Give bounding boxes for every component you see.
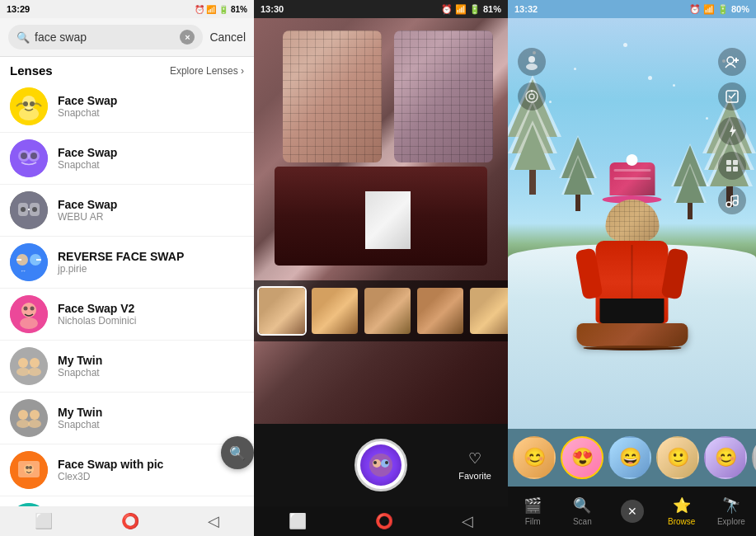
lenses-title: Lenses: [10, 63, 53, 78]
svg-point-30: [18, 410, 28, 420]
sled: [576, 323, 688, 346]
svg-point-38: [29, 466, 32, 469]
flash-button[interactable]: [718, 117, 746, 145]
nav-square-icon-2[interactable]: ⬜: [289, 512, 307, 530]
svg-point-92: [727, 57, 734, 63]
svg-rect-98: [726, 167, 731, 172]
nav-square-icon[interactable]: ⬜: [35, 512, 53, 530]
ar-face-thumb[interactable]: 😶: [752, 436, 756, 479]
svg-point-31: [30, 410, 40, 420]
profile-button[interactable]: [518, 48, 546, 76]
film-icon: 🎬: [524, 496, 542, 515]
browse-label: Browse: [668, 517, 695, 526]
face-thumb[interactable]: [468, 286, 508, 336]
svg-point-37: [26, 466, 29, 469]
nav-home-icon[interactable]: ⭕: [121, 512, 139, 530]
shutter-button[interactable]: [355, 439, 407, 491]
lens-name: Face Swap: [58, 146, 117, 159]
ar-view: [508, 18, 756, 429]
lens-item[interactable]: ↔ REVERSE FACE SWAP jp.pirie: [0, 237, 254, 289]
svg-point-24: [10, 347, 48, 385]
scan-nav-item[interactable]: 🔍 Scan: [557, 496, 607, 526]
svg-point-58: [369, 454, 392, 477]
scan-button[interactable]: [518, 82, 546, 110]
face-thumb[interactable]: [257, 286, 307, 336]
time-3: 13:32: [514, 4, 538, 14]
nav-bar-1: ⬜ ⭕ ◁: [0, 506, 254, 536]
svg-point-23: [20, 317, 38, 329]
save-button[interactable]: [718, 82, 746, 110]
lens-item[interactable]: Face Swap Snapchat: [0, 133, 254, 185]
lens-item[interactable]: My Twin Snapchat: [0, 393, 254, 444]
search-input-wrap[interactable]: 🔍 face swap ×: [8, 25, 203, 49]
face-selector-strip[interactable]: [254, 280, 508, 341]
lens-info: Face Swap Snapchat: [58, 94, 117, 119]
add-friend-button[interactable]: [718, 48, 746, 76]
lens-item[interactable]: Face Swap V2 Nicholas Dominici: [0, 289, 254, 341]
shutter-area: ♡ Favorite: [254, 424, 508, 506]
face-thumb[interactable]: [310, 286, 359, 336]
explore-icon: 🔭: [722, 496, 740, 515]
lens-author: Snapchat: [58, 159, 117, 171]
music-button[interactable]: [718, 186, 746, 214]
svg-point-87: [528, 56, 535, 63]
svg-point-29: [10, 399, 48, 437]
search-fab-button[interactable]: 🔍: [221, 436, 254, 469]
ar-face-thumb[interactable]: 😊: [513, 436, 556, 479]
lens-avatar: [10, 139, 48, 177]
lens-item[interactable]: Face Swap WEBU AR: [0, 185, 254, 237]
lens-name: My Twin: [58, 406, 102, 419]
lens-name: Face Swap: [58, 94, 117, 107]
svg-point-21: [24, 307, 28, 311]
clear-search-button[interactable]: ×: [180, 30, 195, 45]
svg-point-14: [32, 207, 37, 212]
lens-avatar: [10, 295, 48, 333]
svg-point-89: [526, 91, 538, 102]
lens-name: Face Swap with pic: [58, 458, 163, 471]
nav-home-icon-2[interactable]: ⭕: [375, 512, 393, 530]
favorite-button[interactable]: ♡ Favorite: [458, 449, 491, 481]
svg-point-32: [16, 420, 30, 428]
explore-lenses-link[interactable]: Explore Lenses: [170, 65, 244, 77]
scan-label: Scan: [573, 517, 592, 526]
ar-face-thumb[interactable]: 😊: [704, 436, 747, 479]
lens-item[interactable]: Face Swap Snapchat: [0, 81, 254, 133]
lens-item[interactable]: Face Swap with pic Clex3D: [0, 444, 254, 496]
lens-name: Face Swap V2: [58, 302, 136, 315]
svg-point-15: [10, 243, 48, 281]
lens-item[interactable]: My Twin Snapchat: [0, 341, 254, 393]
lens-avatar: ↔: [10, 243, 48, 281]
lens-item[interactable]: Swappy Face Shashank Sahu: [0, 496, 254, 506]
svg-point-61: [373, 461, 377, 464]
camera-panel: 13:30 ⏰ 📶 🔋 81%: [254, 0, 508, 536]
svg-point-2: [19, 107, 39, 120]
ar-face-thumb-selected[interactable]: 😍: [561, 436, 603, 479]
explore-nav-item[interactable]: 🔭 Explore: [707, 496, 756, 526]
svg-point-4: [30, 101, 35, 106]
ar-right-controls: [718, 48, 746, 214]
status-icons-2: ⏰ 📶 🔋 81%: [441, 4, 501, 15]
svg-point-62: [385, 461, 388, 464]
face-thumb[interactable]: [416, 286, 465, 336]
grid-button[interactable]: [718, 152, 746, 180]
ar-face-thumb[interactable]: 🙂: [656, 436, 699, 479]
close-nav-item[interactable]: ✕: [607, 500, 656, 523]
ar-face-thumb[interactable]: 😄: [608, 436, 651, 479]
film-nav-item[interactable]: 🎬 Film: [508, 496, 557, 526]
status-icons-1: ⏰ 📶 🔋 81%: [195, 5, 247, 14]
nav-back-icon-2[interactable]: ◁: [462, 512, 473, 530]
svg-point-25: [18, 358, 28, 368]
nav-back-icon[interactable]: ◁: [208, 512, 219, 530]
search-panel: 13:29 ⏰ 📶 🔋 81% 🔍 face swap × Cancel Len…: [0, 0, 254, 536]
browse-nav-item[interactable]: ⭐ Browse: [657, 496, 707, 526]
cancel-button[interactable]: Cancel: [209, 31, 246, 44]
face-thumb[interactable]: [363, 286, 412, 336]
svg-point-26: [30, 358, 40, 368]
lens-author: Snapchat: [58, 107, 117, 119]
explore-label: Explore: [717, 517, 745, 526]
search-icon: 🔍: [16, 31, 30, 44]
scan-icon: 🔍: [573, 496, 591, 515]
ar-controls: [508, 41, 756, 221]
ar-face-strip[interactable]: 😊 😍 😄 🙂 😊 😶 😁: [508, 429, 756, 487]
lens-info: Face Swap with pic Clex3D: [58, 458, 163, 482]
